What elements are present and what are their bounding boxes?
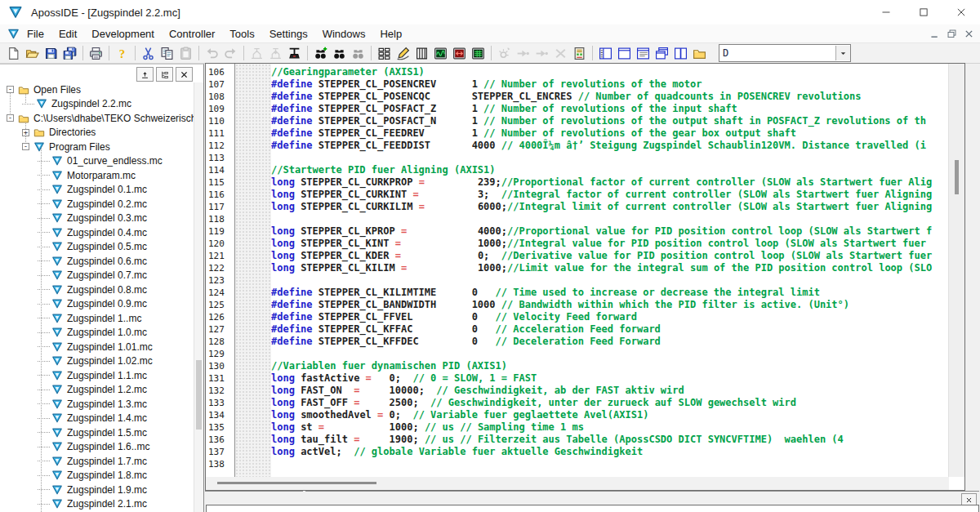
tree-scrollbar-thumb[interactable] xyxy=(196,360,202,430)
save-all-button[interactable] xyxy=(60,44,79,62)
tree-view-button[interactable] xyxy=(156,67,173,82)
file-tree[interactable]: -Open FilesZugspindel 2.2.mc-C:\Users\dh… xyxy=(0,82,194,512)
tree-item-zugspindel-1-6-mc[interactable]: Zugspindel 1.6..mc xyxy=(0,440,194,455)
tree-item-zugspindel-1-02-mc[interactable]: Zugspindel 1.02.mc xyxy=(0,354,194,369)
menu-development[interactable]: Development xyxy=(84,26,162,42)
help-button[interactable]: ? xyxy=(113,44,131,62)
editor-horizontal-scrollbar[interactable] xyxy=(206,477,949,490)
register-editor-button[interactable] xyxy=(469,44,488,62)
edit-parameters-button[interactable] xyxy=(394,44,412,62)
tree-item-zugspindel-1-01-mc[interactable]: Zugspindel 1.01.mc xyxy=(0,340,194,354)
code-text-area[interactable]: //Gearingparameter (AXIS1)#define STEPPE… xyxy=(271,66,949,477)
collapse-toggle[interactable]: - xyxy=(7,114,14,122)
tree-item-zugspindel-0-2-mc[interactable]: Zugspindel 0.2.mc xyxy=(0,197,194,211)
controller-test-button[interactable] xyxy=(450,44,469,62)
tree-item-zugspindel-1-4-mc[interactable]: Zugspindel 1.4.mc xyxy=(0,412,194,426)
run-settings-button[interactable] xyxy=(495,44,514,62)
window-split-button[interactable] xyxy=(671,44,690,62)
editor-vertical-scrollbar[interactable] xyxy=(948,64,964,477)
tree-item-zugspindel-1-7-mc[interactable]: Zugspindel 1.7.mc xyxy=(0,454,194,469)
stop-button[interactable] xyxy=(551,44,570,62)
tree-item-zugspindel-0-7-mc[interactable]: Zugspindel 0.7.mc xyxy=(0,269,194,283)
close-button[interactable] xyxy=(942,0,980,24)
tree-item-zugspindel-0-5-mc[interactable]: Zugspindel 0.5.mc xyxy=(0,240,194,255)
menu-controller[interactable]: Controller xyxy=(162,26,222,42)
array-editor-button[interactable] xyxy=(412,44,431,62)
menu-file[interactable]: File xyxy=(20,26,51,42)
print-button[interactable] xyxy=(87,44,105,62)
tree-item-zugspindel-1-5-mc[interactable]: Zugspindel 1.5.mc xyxy=(0,425,194,440)
maximize-button[interactable] xyxy=(905,0,942,24)
quick-search-combobox[interactable] xyxy=(719,44,851,62)
tree-item-open-files[interactable]: -Open Files xyxy=(0,82,194,97)
tree-connector xyxy=(38,475,50,476)
cut-button[interactable] xyxy=(139,44,158,62)
memory-card-button[interactable] xyxy=(570,44,589,62)
tree-item-zugspindel-0-8-mc[interactable]: Zugspindel 0.8.mc xyxy=(0,283,194,297)
tree-item-zugspindel-1-3-mc[interactable]: Zugspindel 1.3.mc xyxy=(0,397,194,412)
editor-hscroll-thumb[interactable] xyxy=(217,482,376,484)
tree-item-zugspindel-1-8-mc[interactable]: Zugspindel 1.8.mc xyxy=(0,469,194,483)
window-output-button[interactable] xyxy=(596,44,615,62)
chevron-down-icon[interactable] xyxy=(835,46,850,60)
tree-vertical-scrollbar[interactable] xyxy=(194,82,203,512)
toolbar-separator xyxy=(82,46,83,60)
tree-item-zugspindel-1-mc[interactable]: Zugspindel 1..mc xyxy=(0,311,194,326)
mdi-close-button[interactable] xyxy=(961,27,976,40)
tree-item-zugspindel-1-2-mc[interactable]: Zugspindel 1.2.mc xyxy=(0,383,194,398)
app-logo-icon xyxy=(8,5,23,20)
editor-vscroll-thumb[interactable] xyxy=(955,160,959,194)
open-file-button[interactable] xyxy=(23,44,42,62)
syntax-check-button[interactable] xyxy=(247,44,266,62)
step-in-button[interactable] xyxy=(514,44,532,62)
find-previous-button[interactable] xyxy=(349,44,368,62)
cam-editor-button[interactable] xyxy=(375,44,394,62)
window-editor-button[interactable] xyxy=(634,44,653,62)
mdi-restore-button[interactable] xyxy=(944,27,959,40)
tree-item-motorparam-mc[interactable]: Motorparam.mc xyxy=(0,168,194,183)
tree-item-zugspindel-1-9-mc[interactable]: Zugspindel 1.9.mc xyxy=(0,483,194,497)
compile-download-button[interactable] xyxy=(266,44,285,62)
new-file-button[interactable] xyxy=(4,44,23,62)
window-new-button[interactable] xyxy=(615,44,634,62)
window-cascade-button[interactable] xyxy=(653,44,671,62)
tree-item-zugspindel-0-1-mc[interactable]: Zugspindel 0.1.mc xyxy=(0,183,194,198)
tree-item-zugspindel-1-1-mc[interactable]: Zugspindel 1.1.mc xyxy=(0,368,194,383)
redo-button[interactable] xyxy=(221,44,240,62)
tree-item-zugspindel-2-2-mc[interactable]: Zugspindel 2.2.mc xyxy=(0,97,194,112)
mdi-minimize-button[interactable] xyxy=(927,27,942,40)
execute-program-button[interactable] xyxy=(285,44,304,62)
menu-tools[interactable]: Tools xyxy=(222,26,261,42)
find-button[interactable] xyxy=(311,44,330,62)
tree-item-c-users-dhabe-teko-schweizerisch[interactable]: -C:\Users\dhabe\TEKO Schweizerisch xyxy=(0,111,194,126)
expand-toggle[interactable]: + xyxy=(22,129,29,136)
combo-input[interactable] xyxy=(719,47,835,59)
minimize-button[interactable] xyxy=(867,0,905,24)
menu-windows[interactable]: Windows xyxy=(315,26,373,42)
tree-item-zugspindel-2-1-mc[interactable]: Zugspindel 2.1.mc xyxy=(0,497,194,512)
tree-item-program-files[interactable]: -Program Files xyxy=(0,140,194,154)
collapse-toggle[interactable]: - xyxy=(22,143,29,150)
oscilloscope-button[interactable] xyxy=(431,44,450,62)
menu-help[interactable]: Help xyxy=(372,26,409,42)
collapse-toggle[interactable]: - xyxy=(7,86,14,93)
close-panel-button[interactable] xyxy=(176,67,193,82)
save-file-button[interactable] xyxy=(42,44,60,62)
tree-item-directories[interactable]: +Directories xyxy=(0,126,194,140)
tree-item-zugspindel-0-9-mc[interactable]: Zugspindel 0.9.mc xyxy=(0,297,194,312)
tree-item-zugspindel-1-0-mc[interactable]: Zugspindel 1.0.mc xyxy=(0,326,194,341)
copy-button[interactable] xyxy=(158,44,176,62)
tree-item-01-curve-endless-mc[interactable]: 01_curve_endless.mc xyxy=(0,154,194,169)
step-over-button[interactable] xyxy=(532,44,551,62)
file-folder-button[interactable] xyxy=(690,44,709,62)
find-next-button[interactable] xyxy=(330,44,349,62)
tree-item-zugspindel-0-6-mc[interactable]: Zugspindel 0.6.mc xyxy=(0,254,194,269)
paste-button[interactable] xyxy=(176,44,195,62)
tree-item-zugspindel-0-3-mc[interactable]: Zugspindel 0.3.mc xyxy=(0,211,194,226)
undo-button[interactable] xyxy=(203,44,221,62)
tree-item-zugspindel-0-4-mc[interactable]: Zugspindel 0.4.mc xyxy=(0,225,194,240)
menu-edit[interactable]: Edit xyxy=(51,26,84,42)
move-up-button[interactable] xyxy=(136,67,154,82)
code-line: long STEPPER_CL_KINT = 1000;//Integral v… xyxy=(271,238,949,250)
menu-settings[interactable]: Settings xyxy=(262,26,315,42)
